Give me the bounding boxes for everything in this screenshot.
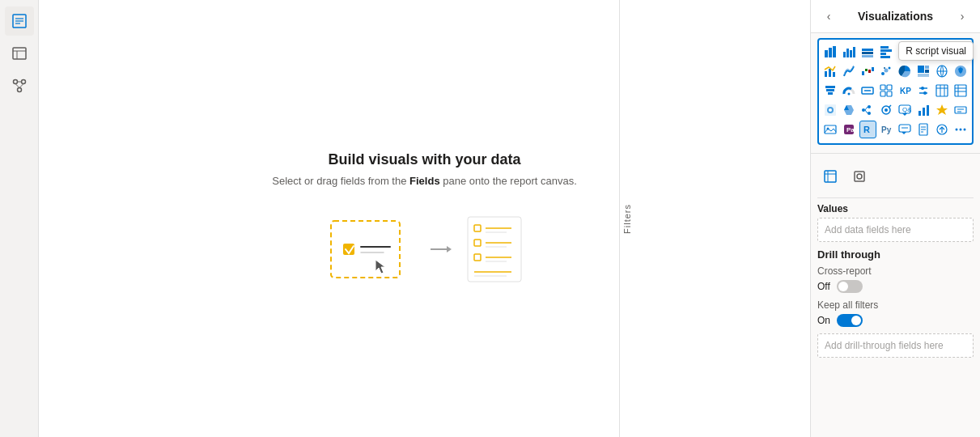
stacked-bar-icon[interactable] [822, 43, 839, 61]
report-nav-icon[interactable] [5, 6, 34, 36]
canvas-illustration [327, 213, 523, 286]
panel-title: Visualizations [858, 10, 933, 23]
svg-text:R: R [863, 125, 870, 134]
svg-rect-36 [846, 49, 849, 57]
canvas-subtitle: Select or drag fields from the Fields pa… [272, 175, 577, 187]
svg-text:Q&A: Q&A [902, 106, 911, 113]
keep-filters-track[interactable] [837, 314, 863, 327]
canvas-title: Build visuals with your data [328, 151, 520, 168]
r-script-icon[interactable]: R [859, 121, 876, 138]
svg-rect-33 [829, 48, 832, 57]
svg-rect-114 [955, 107, 966, 113]
filled-map-icon[interactable] [952, 62, 969, 80]
keep-filters-toggle-row: On [817, 314, 974, 327]
drill-through-title: Drill through [817, 248, 974, 261]
custom-viz-store-icon[interactable] [933, 121, 950, 138]
clustered-bar-icon[interactable] [841, 43, 858, 61]
format-icon[interactable] [848, 165, 871, 188]
filters-label: Filters [622, 204, 632, 234]
decomp-tree-icon[interactable] [859, 101, 876, 119]
svg-rect-4 [13, 48, 26, 59]
kpi-icon[interactable]: KPI [897, 82, 914, 100]
qa-icon[interactable]: Q&A [897, 101, 914, 119]
svg-rect-42 [880, 46, 889, 49]
subtitle-prefix: Select or drag fields from the [272, 175, 409, 187]
fields-icon[interactable] [819, 165, 842, 188]
scatter-chart-icon[interactable] [878, 62, 895, 80]
svg-rect-92 [955, 85, 966, 96]
svg-line-102 [865, 107, 868, 110]
cross-report-toggle-row: Off [817, 280, 974, 293]
svg-rect-40 [862, 52, 873, 54]
cross-report-track[interactable] [837, 280, 863, 293]
horizontal-bar-icon[interactable] [878, 43, 895, 61]
svg-rect-112 [927, 105, 929, 116]
waterfall-icon[interactable] [859, 62, 876, 80]
svg-rect-39 [862, 49, 873, 51]
svg-rect-68 [925, 66, 929, 69]
svg-rect-69 [925, 70, 929, 73]
filters-panel-strip: Filters [619, 0, 634, 437]
cross-report-off-text: Off [817, 281, 830, 292]
svg-rect-110 [918, 111, 921, 116]
bar-chart2-icon[interactable] [914, 101, 931, 119]
data-nav-icon[interactable] [5, 39, 34, 68]
svg-rect-82 [887, 91, 892, 96]
panel-prev-button[interactable]: ‹ [819, 6, 838, 26]
funnel-icon[interactable] [822, 82, 839, 100]
panel-next-button[interactable]: › [952, 6, 972, 26]
pie-chart-icon[interactable] [897, 62, 914, 80]
key-influencers-icon[interactable] [878, 101, 895, 119]
svg-point-134 [963, 129, 965, 131]
svg-rect-81 [880, 91, 885, 96]
svg-point-64 [885, 69, 889, 73]
svg-rect-73 [825, 86, 835, 88]
gauge-icon[interactable] [841, 82, 858, 100]
slicer-icon[interactable] [914, 82, 931, 100]
model-nav-icon[interactable] [5, 71, 34, 100]
ribbon-chart-icon[interactable] [841, 62, 858, 80]
cross-report-toggle[interactable] [837, 280, 863, 293]
matrix-icon[interactable] [952, 82, 969, 100]
svg-rect-13 [331, 221, 400, 278]
keep-filters-toggle[interactable] [837, 314, 863, 327]
values-drop-zone[interactable]: Add data fields here [817, 218, 974, 242]
treemap-icon[interactable] [914, 62, 931, 80]
python-icon[interactable]: Py [878, 121, 895, 138]
svg-point-139 [857, 174, 862, 179]
svg-marker-108 [902, 113, 907, 116]
shape-map-icon[interactable] [841, 101, 858, 119]
svg-point-76 [848, 93, 851, 95]
map-icon[interactable] [933, 62, 950, 80]
svg-marker-19 [447, 246, 452, 252]
paginated-report-icon[interactable] [914, 121, 931, 138]
svg-marker-113 [936, 104, 948, 115]
svg-rect-138 [855, 172, 864, 181]
custom-visual-icon[interactable] [933, 101, 950, 119]
divider-2 [817, 197, 974, 198]
r-script-tooltip: R script visual [898, 41, 974, 61]
svg-text:Py: Py [881, 125, 892, 134]
svg-point-132 [955, 129, 957, 131]
100pct-bar-icon[interactable] [859, 43, 876, 61]
azure-map-icon[interactable] [822, 101, 839, 119]
multi-row-card-icon[interactable] [878, 82, 895, 100]
image-icon[interactable] [822, 121, 839, 138]
subtitle-bold: Fields [409, 175, 440, 187]
svg-point-98 [829, 108, 832, 112]
values-label: Values [817, 203, 974, 214]
smart-narrative-icon[interactable] [897, 121, 914, 138]
visualizations-panel: ‹ Visualizations › R script visual [810, 0, 980, 437]
values-placeholder: Add data fields here [825, 224, 911, 235]
keep-filters-label: Keep all filters [817, 299, 974, 311]
line-column-icon[interactable] [822, 62, 839, 80]
table-icon[interactable] [933, 82, 950, 100]
drill-through-drop-zone[interactable]: Add drill-through fields here [817, 333, 974, 358]
text-box-icon[interactable] [952, 101, 969, 119]
svg-text:Pa: Pa [846, 126, 855, 134]
card-icon[interactable] [859, 82, 876, 100]
svg-rect-56 [825, 71, 827, 77]
power-apps-icon[interactable]: Pa [841, 121, 858, 138]
more-visuals-icon[interactable] [952, 121, 969, 138]
drill-placeholder: Add drill-through fields here [825, 340, 944, 351]
